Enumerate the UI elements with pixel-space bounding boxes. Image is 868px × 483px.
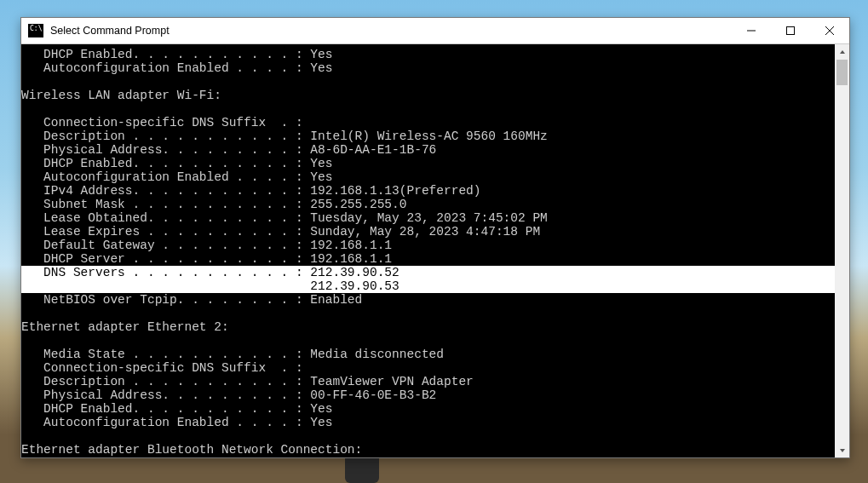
output-line: Physical Address. . . . . . . . . : A8-6… <box>21 143 436 157</box>
output-line: DHCP Enabled. . . . . . . . . . . : Yes <box>21 48 332 61</box>
output-line: DHCP Server . . . . . . . . . . . : 192.… <box>21 252 392 266</box>
maximize-button[interactable] <box>771 18 810 43</box>
scroll-track[interactable] <box>835 59 849 443</box>
scroll-up-button[interactable] <box>835 44 849 59</box>
svg-marker-4 <box>840 50 845 54</box>
close-icon <box>825 26 834 35</box>
output-line: Wireless LAN adapter Wi-Fi: <box>21 89 221 102</box>
output-line: Connection-specific DNS Suffix . : <box>21 116 303 129</box>
output-line: Media State . . . . . . . . . . . : Medi… <box>21 348 444 361</box>
output-line: IPv4 Address. . . . . . . . . . . : 192.… <box>21 184 481 198</box>
window-controls <box>732 18 849 43</box>
output-line: Description . . . . . . . . . . . : Team… <box>21 375 474 388</box>
output-line: Autoconfiguration Enabled . . . . : Yes <box>21 416 332 429</box>
output-line: Autoconfiguration Enabled . . . . : Yes <box>21 170 332 184</box>
svg-marker-5 <box>840 449 845 452</box>
output-line: Subnet Mask . . . . . . . . . . . : 255.… <box>21 198 406 211</box>
chevron-down-icon <box>839 447 846 454</box>
svg-rect-1 <box>787 27 795 35</box>
close-button[interactable] <box>810 18 849 43</box>
minimize-icon <box>747 26 756 35</box>
output-line: Lease Expires . . . . . . . . . . : Sund… <box>21 225 540 239</box>
command-prompt-window: Select Command Prompt DHCP Enabled. . . … <box>20 17 850 458</box>
output-line: NetBIOS over Tcpip. . . . . . . . : Enab… <box>21 293 362 307</box>
output-line-selected: 212.39.90.53 <box>21 279 849 293</box>
scroll-down-button[interactable] <box>835 443 849 457</box>
output-line-selected: DNS Servers . . . . . . . . . . . : 212.… <box>21 266 849 279</box>
output-line: Lease Obtained. . . . . . . . . . : Tues… <box>21 211 548 225</box>
output-line: DHCP Enabled. . . . . . . . . . . : Yes <box>21 157 332 170</box>
output-line: Autoconfiguration Enabled . . . . : Yes <box>21 61 332 75</box>
output-line: Default Gateway . . . . . . . . . : 192.… <box>21 239 392 252</box>
scroll-thumb[interactable] <box>836 60 848 85</box>
window-titlebar[interactable]: Select Command Prompt <box>21 18 849 44</box>
window-title: Select Command Prompt <box>50 25 732 37</box>
output-line: Physical Address. . . . . . . . . : 00-F… <box>21 388 436 402</box>
terminal-text[interactable]: DHCP Enabled. . . . . . . . . . . : Yes … <box>21 44 849 457</box>
cmd-icon <box>28 24 43 37</box>
maximize-icon <box>786 26 795 35</box>
output-line: Connection-specific DNS Suffix . : <box>21 361 303 375</box>
chevron-up-icon <box>839 49 846 55</box>
output-line: DHCP Enabled. . . . . . . . . . . : Yes <box>21 402 332 416</box>
vertical-scrollbar[interactable] <box>835 44 849 457</box>
output-line: Ethernet adapter Bluetooth Network Conne… <box>21 443 362 457</box>
minimize-button[interactable] <box>732 18 771 43</box>
output-line: Ethernet adapter Ethernet 2: <box>21 320 229 334</box>
output-line: Description . . . . . . . . . . . : Inte… <box>21 129 548 143</box>
terminal-output-area[interactable]: DHCP Enabled. . . . . . . . . . . : Yes … <box>21 44 849 457</box>
